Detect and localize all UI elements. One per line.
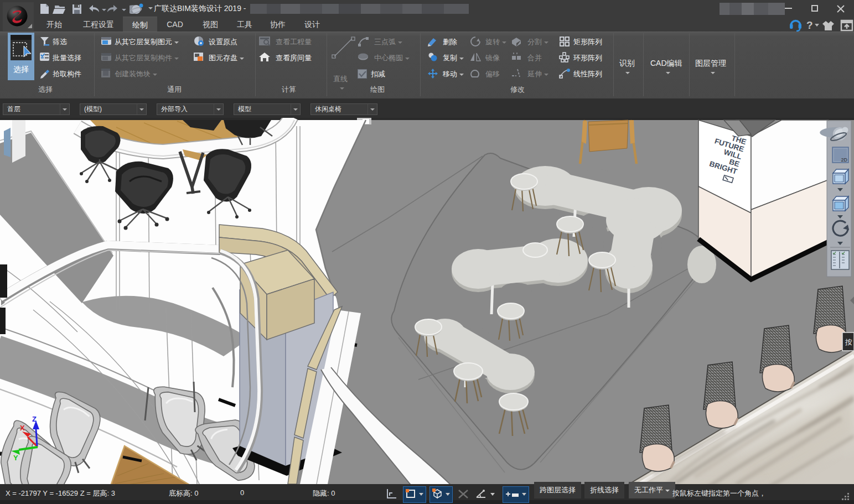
svg-text:2D: 2D — [841, 157, 847, 163]
svg-text:Z: Z — [32, 415, 37, 423]
svg-text:Y: Y — [13, 454, 18, 462]
svg-text:?: ? — [806, 19, 813, 31]
svg-text:按: 按 — [845, 338, 852, 346]
svg-text:X: X — [20, 424, 25, 432]
